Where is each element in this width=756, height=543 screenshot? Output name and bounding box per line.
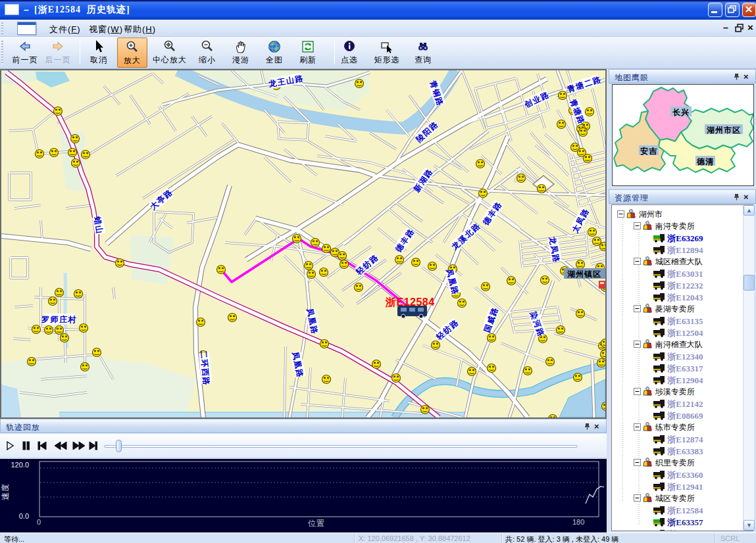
svg-text:0: 0 bbox=[37, 518, 41, 526]
svg-text:速度: 速度 bbox=[1, 483, 10, 500]
svg-text:罗师庄村: 罗师庄村 bbox=[41, 315, 77, 324]
svg-text:德清: 德清 bbox=[696, 157, 714, 166]
svg-text:湖州市区: 湖州市区 bbox=[707, 126, 741, 135]
svg-text:长兴: 长兴 bbox=[672, 108, 690, 117]
svg-text:180: 180 bbox=[572, 518, 584, 526]
svg-text:位置: 位置 bbox=[308, 519, 325, 528]
svg-text:安吉: 安吉 bbox=[640, 147, 657, 156]
svg-text:120.0: 120.0 bbox=[11, 461, 29, 469]
svg-text:湖州镇区: 湖州镇区 bbox=[567, 270, 601, 279]
svg-text:0.0: 0.0 bbox=[19, 512, 29, 520]
